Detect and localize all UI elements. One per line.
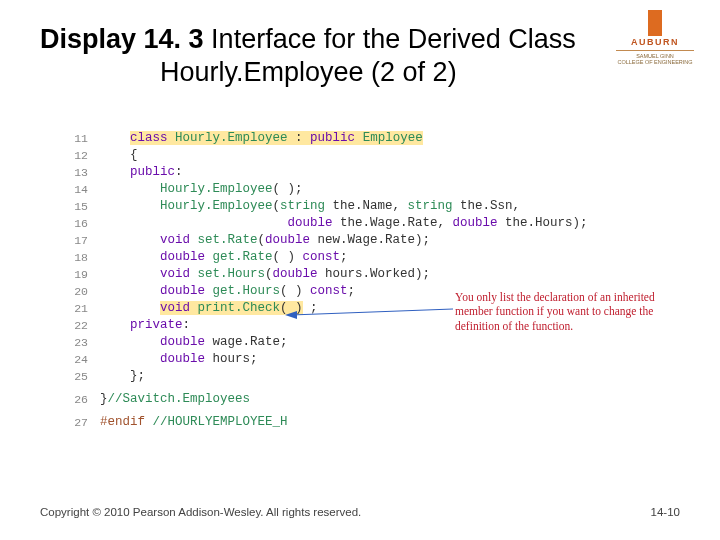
- code-content: }//Savitch.Employees: [100, 391, 250, 408]
- code-content: #endif //HOURLYEMPLOYEE_H: [100, 414, 288, 431]
- line-number: 15: [60, 198, 100, 215]
- code-listing: 11 class Hourly.Employee : public Employ…: [60, 130, 680, 431]
- code-line: 14 Hourly.Employee( );: [60, 181, 680, 198]
- code-content: double the.Wage.Rate, double the.Hours);: [100, 215, 588, 232]
- title-line2: Hourly.Employee (2 of 2): [40, 57, 610, 88]
- line-number: 23: [60, 334, 100, 351]
- code-content: void set.Rate(double new.Wage.Rate);: [100, 232, 430, 249]
- line-number: 25: [60, 368, 100, 385]
- code-line: 26}//Savitch.Employees: [60, 391, 680, 408]
- code-content: public:: [100, 164, 183, 181]
- line-number: 14: [60, 181, 100, 198]
- line-number: 20: [60, 283, 100, 300]
- annotation-text: You only list the declaration of an inhe…: [455, 290, 675, 333]
- code-line: 27#endif //HOURLYEMPLOYEE_H: [60, 414, 680, 431]
- code-content: double wage.Rate;: [100, 334, 288, 351]
- code-content: class Hourly.Employee : public Employee: [100, 130, 423, 147]
- code-line: 25 };: [60, 368, 680, 385]
- code-line: 17 void set.Rate(double new.Wage.Rate);: [60, 232, 680, 249]
- copyright: Copyright © 2010 Pearson Addison-Wesley.…: [40, 506, 361, 518]
- code-line: 11 class Hourly.Employee : public Employ…: [60, 130, 680, 147]
- logo-name: AUBURN: [616, 38, 694, 48]
- code-line: 16 double the.Wage.Rate, double the.Hour…: [60, 215, 680, 232]
- code-content: double hours;: [100, 351, 258, 368]
- logo-tower-icon: [648, 10, 662, 36]
- line-number: 17: [60, 232, 100, 249]
- code-content: };: [100, 368, 145, 385]
- code-content: double get.Hours( ) const;: [100, 283, 355, 300]
- slide-title: Display 14. 3 Interface for the Derived …: [40, 24, 610, 88]
- code-content: Hourly.Employee( );: [100, 181, 303, 198]
- code-content: void set.Hours(double hours.Worked);: [100, 266, 430, 283]
- line-number: 27: [60, 414, 100, 431]
- auburn-logo: AUBURN SAMUEL GINN COLLEGE OF ENGINEERIN…: [616, 10, 694, 65]
- code-line: 12 {: [60, 147, 680, 164]
- code-line: 18 double get.Rate( ) const;: [60, 249, 680, 266]
- code-content: Hourly.Employee(string the.Name, string …: [100, 198, 520, 215]
- line-number: 16: [60, 215, 100, 232]
- slide: AUBURN SAMUEL GINN COLLEGE OF ENGINEERIN…: [0, 0, 720, 540]
- line-number: 11: [60, 130, 100, 147]
- line-number: 12: [60, 147, 100, 164]
- logo-sub2: COLLEGE OF ENGINEERING: [616, 59, 694, 65]
- line-number: 26: [60, 391, 100, 408]
- code-line: 15 Hourly.Employee(string the.Name, stri…: [60, 198, 680, 215]
- title-rest: Interface for the Derived Class: [204, 24, 576, 54]
- page-number: 14-10: [651, 506, 680, 518]
- code-content: double get.Rate( ) const;: [100, 249, 348, 266]
- code-content: {: [100, 147, 138, 164]
- line-number: 24: [60, 351, 100, 368]
- code-line: 24 double hours;: [60, 351, 680, 368]
- code-content: void print.Check( ) ;: [100, 300, 318, 317]
- line-number: 22: [60, 317, 100, 334]
- line-number: 19: [60, 266, 100, 283]
- line-number: 21: [60, 300, 100, 317]
- display-label: Display 14. 3: [40, 24, 204, 54]
- code-content: private:: [100, 317, 190, 334]
- footer: Copyright © 2010 Pearson Addison-Wesley.…: [40, 506, 680, 518]
- code-line: 13 public:: [60, 164, 680, 181]
- line-number: 18: [60, 249, 100, 266]
- code-line: 19 void set.Hours(double hours.Worked);: [60, 266, 680, 283]
- line-number: 13: [60, 164, 100, 181]
- code-line: 23 double wage.Rate;: [60, 334, 680, 351]
